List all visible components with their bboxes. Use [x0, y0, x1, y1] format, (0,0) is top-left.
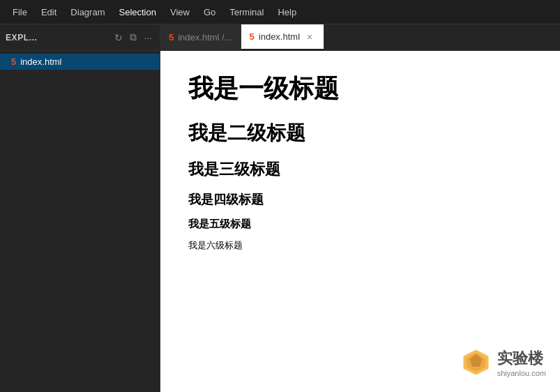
heading-1: 我是一级标题: [188, 72, 532, 106]
menu-edit[interactable]: Edit: [34, 4, 63, 20]
heading-6: 我是六级标题: [188, 239, 532, 252]
menu-help[interactable]: Help: [271, 4, 303, 20]
menubar: File Edit Diagram Selection View Go Term…: [0, 0, 560, 24]
more-icon[interactable]: ···: [142, 31, 154, 45]
tabbar: EXPL... ↻ ⧉ ··· 5 index.html /... 5 inde…: [0, 24, 560, 51]
watermark-name: 实验楼: [497, 348, 546, 369]
sidebar-file-item[interactable]: 5 index.html: [0, 54, 160, 70]
main-layout: 5 index.html 我是一级标题 我是二级标题 我是三级标题 我是四级标题…: [0, 51, 560, 392]
sidebar: 5 index.html: [0, 51, 160, 392]
content-area: 我是一级标题 我是二级标题 我是三级标题 我是四级标题 我是五级标题 我是六级标…: [160, 51, 560, 392]
tab1-html-icon: 5: [169, 32, 174, 43]
tab2-html-icon: 5: [250, 31, 255, 42]
watermark-text: 实验楼 shiyanlou.com: [497, 348, 546, 377]
tab-2[interactable]: 5 index.html ×: [241, 24, 324, 50]
refresh-icon[interactable]: ↻: [112, 31, 125, 45]
sidebar-file-name: index.html: [20, 56, 61, 67]
tab2-close[interactable]: ×: [304, 31, 315, 43]
menu-diagram[interactable]: Diagram: [63, 4, 112, 20]
explorer-area: EXPL... ↻ ⧉ ···: [0, 30, 160, 45]
menu-file[interactable]: File: [6, 4, 34, 20]
watermark-url: shiyanlou.com: [497, 369, 546, 377]
heading-2: 我是二级标题: [188, 120, 532, 146]
tab-1[interactable]: 5 index.html /...: [160, 24, 241, 50]
watermark: 实验楼 shiyanlou.com: [460, 347, 546, 378]
heading-5: 我是五级标题: [188, 218, 532, 231]
watermark-logo-icon: [460, 347, 492, 378]
explorer-icons: ↻ ⧉ ···: [112, 30, 154, 45]
sidebar-file-icon: 5: [11, 56, 16, 67]
tab2-label: index.html: [259, 31, 300, 42]
menu-go[interactable]: Go: [197, 4, 222, 20]
tabs-area: 5 index.html /... 5 index.html ×: [160, 24, 560, 50]
menu-selection[interactable]: Selection: [112, 4, 162, 20]
tab1-label: index.html /...: [178, 32, 232, 43]
heading-3: 我是三级标题: [188, 159, 532, 180]
menu-view[interactable]: View: [163, 4, 197, 20]
heading-4: 我是四级标题: [188, 191, 532, 208]
menu-terminal[interactable]: Terminal: [222, 4, 271, 20]
copy-icon[interactable]: ⧉: [128, 30, 139, 45]
explorer-label: EXPL...: [6, 33, 38, 43]
